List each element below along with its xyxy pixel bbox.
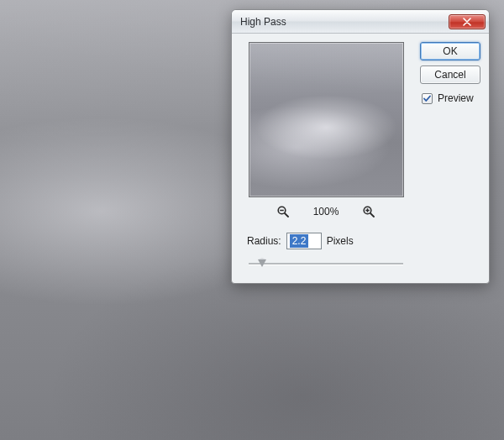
- cancel-button[interactable]: Cancel: [420, 65, 480, 84]
- preview-checkbox[interactable]: [422, 93, 433, 104]
- svg-line-1: [285, 213, 288, 217]
- preview-toggle-row: Preview: [422, 92, 480, 104]
- check-icon: [423, 94, 432, 103]
- radius-input[interactable]: 2.2: [286, 233, 322, 249]
- zoom-controls: 100%: [240, 204, 412, 219]
- high-pass-dialog: High Pass 100%: [231, 9, 490, 284]
- ok-button[interactable]: OK: [420, 42, 480, 60]
- right-column: OK Cancel Preview: [420, 42, 480, 271]
- radius-slider[interactable]: [249, 258, 403, 271]
- radius-value: 2.2: [290, 234, 309, 248]
- preview-label: Preview: [438, 92, 474, 104]
- titlebar[interactable]: High Pass: [232, 10, 489, 34]
- radius-unit: Pixels: [327, 235, 354, 247]
- zoom-out-button[interactable]: [276, 204, 291, 219]
- dialog-body: 100% Radius: 2.2 Pixels: [232, 34, 489, 283]
- dialog-title: High Pass: [240, 16, 449, 28]
- svg-line-4: [370, 213, 374, 217]
- filter-preview[interactable]: [249, 42, 404, 197]
- slider-track: [249, 263, 403, 265]
- close-icon: [463, 18, 471, 26]
- radius-row: Radius: 2.2 Pixels: [247, 233, 412, 249]
- radius-label: Radius:: [247, 235, 281, 247]
- zoom-in-button[interactable]: [361, 204, 376, 219]
- zoom-level: 100%: [309, 206, 343, 217]
- zoom-out-icon: [276, 205, 290, 218]
- close-button[interactable]: [449, 14, 486, 29]
- left-column: 100% Radius: 2.2 Pixels: [240, 42, 412, 271]
- slider-thumb[interactable]: [258, 259, 266, 267]
- zoom-in-icon: [362, 205, 375, 218]
